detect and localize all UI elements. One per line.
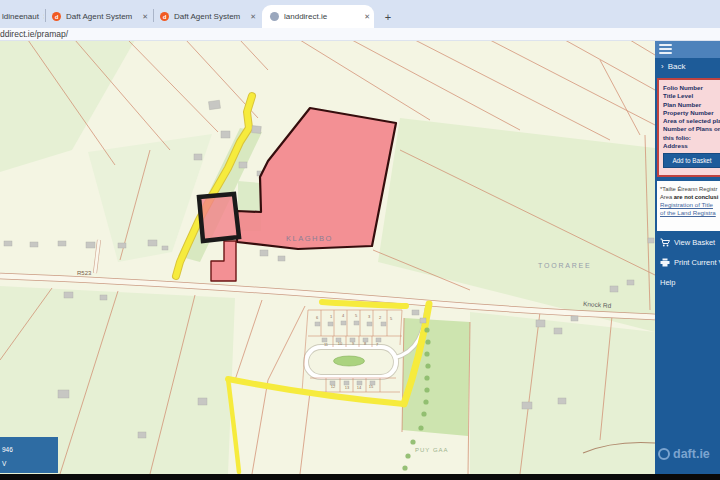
- area-label: PUY GAA: [415, 447, 449, 453]
- tab-4-label: landdirect.ie: [284, 12, 327, 21]
- tab-1-label: ldineenaut: [2, 12, 39, 21]
- field-property-number: Property Number: [663, 109, 720, 117]
- back-label: Back: [668, 62, 686, 71]
- folio-popup-line1: 946: [2, 443, 58, 457]
- notice-line1: *Tailte Éireann Registr: [660, 185, 720, 193]
- landdirect-sidebar: › Back Folio Number Title Level Plan Num…: [655, 41, 720, 474]
- sidebar-header-strip: [655, 41, 720, 58]
- notice-line2: Area are not conclusi: [660, 193, 720, 201]
- selected-folio-parcel[interactable]: [199, 194, 239, 241]
- daft-watermark-label: daft.ie: [673, 447, 710, 461]
- landdirect-favicon: [270, 12, 279, 21]
- print-view-label: Print Current Vie: [674, 258, 720, 267]
- tab-1[interactable]: ldineenaut ✕: [0, 5, 44, 28]
- printer-icon: [660, 258, 670, 267]
- svg-text:12: 12: [331, 384, 336, 389]
- field-area: Area of selected plans: [663, 117, 720, 125]
- tab-strip: ldineenaut ✕ d Daft Agent System ✕ d Daf…: [0, 0, 720, 28]
- address-bar[interactable]: ddirect.ie/pramap/: [0, 28, 720, 41]
- print-view-button[interactable]: Print Current Vie: [655, 254, 720, 270]
- field-address: Address: [663, 142, 720, 150]
- cart-icon: [660, 238, 670, 247]
- tab-2-close-icon[interactable]: ✕: [138, 13, 152, 21]
- daft-watermark: daft.ie: [658, 447, 710, 461]
- tab-2-label: Daft Agent System: [66, 12, 132, 21]
- tab-3-close-icon[interactable]: ✕: [246, 13, 260, 21]
- svg-text:14: 14: [357, 385, 362, 390]
- field-number-of-plans: Number of Plans on: [663, 125, 720, 133]
- folio-popup[interactable]: 946 V: [0, 437, 58, 473]
- tab-3[interactable]: d Daft Agent System ✕: [155, 5, 260, 28]
- field-plan-number: Plan Number: [663, 101, 720, 109]
- daft-favicon: d: [52, 12, 61, 21]
- tab-2[interactable]: d Daft Agent System ✕: [47, 5, 152, 28]
- townland-label-a: KLAGHBO: [286, 234, 333, 243]
- view-basket-button[interactable]: View Basket: [655, 234, 720, 250]
- help-label: Help: [660, 278, 675, 287]
- tab-1-close-icon[interactable]: ✕: [39, 13, 44, 21]
- tab-4-close-icon[interactable]: ✕: [360, 13, 374, 21]
- browser-window: R523 Knock Rd KLAGHBO TOORAREE PUY GAA 6…: [0, 0, 720, 480]
- map-canvas[interactable]: R523 Knock Rd KLAGHBO TOORAREE PUY GAA 6…: [0, 0, 655, 480]
- daft-logo-icon: [658, 448, 670, 460]
- new-tab-button[interactable]: +: [380, 5, 396, 28]
- help-link[interactable]: Help: [655, 274, 720, 290]
- chevron-right-icon: ›: [661, 62, 664, 71]
- view-basket-label: View Basket: [674, 238, 715, 247]
- registration-link-2[interactable]: of the Land Registra: [660, 209, 720, 217]
- add-to-basket-button[interactable]: Add to Basket: [663, 153, 720, 168]
- svg-text:10: 10: [338, 341, 343, 346]
- svg-text:15: 15: [369, 384, 374, 389]
- svg-text:13: 13: [345, 385, 350, 390]
- daft-favicon: d: [160, 12, 169, 21]
- tab-4-active[interactable]: landdirect.ie ✕: [262, 5, 374, 28]
- townland-label-b: TOORAREE: [538, 262, 592, 269]
- bottom-black-bar: [0, 474, 720, 480]
- field-folio-number: Folio Number: [663, 84, 720, 92]
- url-text: ddirect.ie/pramap/: [0, 29, 68, 39]
- field-number-of-plans-2: this folio:: [663, 134, 720, 142]
- menu-icon[interactable]: [659, 44, 673, 55]
- registration-link[interactable]: Registration of Title: [660, 201, 720, 209]
- folio-details-panel: Folio Number Title Level Plan Number Pro…: [657, 78, 720, 177]
- route-label: R523: [77, 270, 92, 276]
- field-title-level: Title Level: [663, 92, 720, 100]
- back-button[interactable]: › Back: [655, 58, 720, 75]
- folio-popup-line2: V: [2, 457, 58, 471]
- registry-notice-card: *Tailte Éireann Registr Area are not con…: [657, 181, 720, 231]
- tab-3-label: Daft Agent System: [174, 12, 240, 21]
- map-viewport[interactable]: R523 Knock Rd KLAGHBO TOORAREE PUY GAA 6…: [0, 0, 655, 480]
